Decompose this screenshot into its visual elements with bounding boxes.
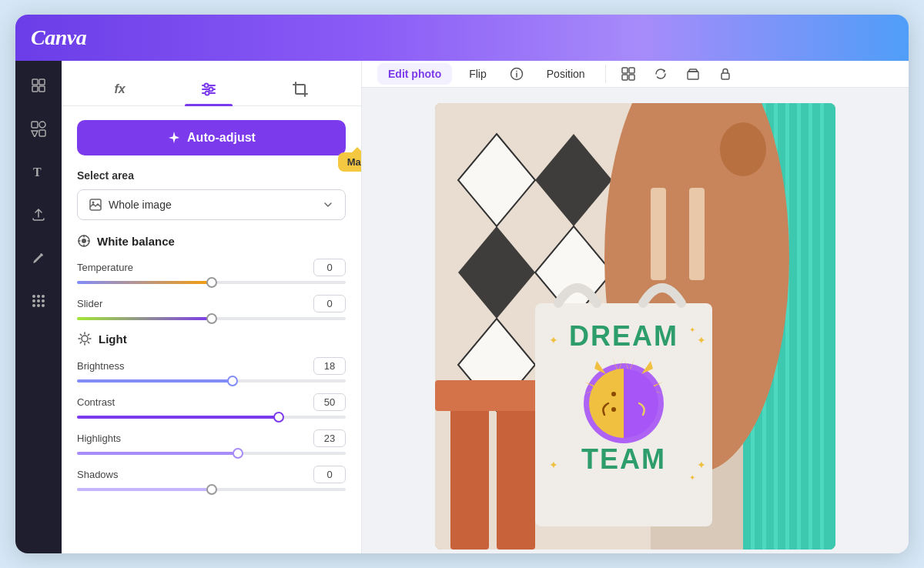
svg-point-25 [92,202,95,204]
sidebar-draw-icon[interactable] [25,244,52,272]
sidebar-layout-icon[interactable] [25,72,52,99]
svg-text:TEAM: TEAM [581,443,666,475]
svg-rect-70 [450,396,489,550]
brightness-label: Brightness [77,360,124,372]
contrast-slider-row: Contrast 50 [77,393,346,419]
tint-track[interactable] [77,317,346,320]
temperature-track[interactable] [77,281,346,284]
auto-adjust-button[interactable]: Auto-adjust [77,120,346,155]
svg-point-76 [612,165,735,257]
panel-content: Auto-adjust Martina Select area [62,106,361,516]
shadows-track[interactable] [77,488,346,491]
svg-point-43 [516,71,517,72]
main-area: T [15,61,909,553]
svg-rect-3 [39,86,45,92]
style-button[interactable] [680,61,706,87]
svg-rect-56 [789,103,797,550]
svg-point-10 [37,295,40,298]
contrast-fill [77,416,279,419]
contrast-track[interactable] [77,416,346,419]
brightness-thumb[interactable] [227,376,238,386]
rotate-icon [654,67,668,81]
svg-rect-46 [622,75,628,80]
highlights-fill [77,452,238,455]
edit-photo-button[interactable]: Edit photo [377,63,452,85]
svg-rect-47 [629,75,634,80]
brightness-track[interactable] [77,379,346,383]
svg-text:DREAM: DREAM [569,320,678,352]
sidebar-apps-icon[interactable] [25,287,52,315]
white-balance-section: White balance Temperature 0 [77,234,346,320]
contrast-thumb[interactable] [273,412,284,423]
panel-tabs: fx [62,61,361,106]
crop-tab[interactable] [276,73,324,105]
sparkle-icon [167,131,181,145]
adjustments-icon [200,81,217,98]
canvas-toolbar: Edit photo Flip Position [362,61,909,88]
photo-canvas: DREAM ✦ ✦ ✦ TEAM ✦ ✦ ✦ [435,103,835,550]
effects-tab[interactable]: fx [99,75,140,104]
light-icon [77,331,92,346]
svg-line-37 [80,334,82,336]
select-area-label: Select area [77,169,346,182]
grid-icon-button[interactable] [615,61,641,87]
svg-text:✦: ✦ [549,334,558,346]
brightness-value: 18 [313,357,346,375]
edit-panel: fx [62,61,362,553]
image-icon [89,198,102,212]
brightness-slider-row: Brightness 18 [77,357,346,383]
svg-point-15 [32,304,35,307]
style-icon [686,67,700,81]
svg-text:✦: ✦ [549,459,558,471]
highlights-label: Highlights [77,433,121,444]
light-heading: Light [77,331,346,346]
adjustments-tab[interactable] [185,73,233,105]
svg-line-38 [88,342,89,343]
brightness-fill [77,379,233,383]
highlights-track[interactable] [77,452,346,455]
select-area-dropdown[interactable]: Whole image [77,189,346,220]
svg-text:T: T [33,165,42,179]
flip-button[interactable]: Flip [458,63,497,85]
temperature-slider-row: Temperature 0 [77,259,346,284]
svg-text:✦: ✦ [697,459,706,471]
temperature-thumb[interactable] [206,277,217,288]
tint-value: 0 [313,295,346,312]
svg-point-14 [42,299,45,302]
svg-rect-7 [39,130,45,136]
svg-text:✦: ✦ [697,334,706,346]
tint-thumb[interactable] [206,313,217,324]
svg-point-9 [32,295,35,298]
svg-point-90 [611,407,616,412]
highlights-value: 23 [313,429,346,447]
select-area-section: Select area Whole image [77,169,346,220]
svg-rect-4 [32,122,38,128]
lock-button[interactable] [712,61,738,87]
shadows-thumb[interactable] [206,484,217,495]
highlights-thumb[interactable] [233,448,243,459]
white-balance-icon [77,234,91,248]
svg-rect-72 [435,380,543,411]
sidebar-elements-icon[interactable] [25,115,52,142]
svg-rect-45 [629,68,634,73]
svg-point-23 [205,92,209,95]
svg-point-12 [32,299,35,302]
white-balance-heading: White balance [77,234,346,248]
temperature-label: Temperature [77,262,133,273]
canvas-content: DREAM ✦ ✦ ✦ TEAM ✦ ✦ ✦ [362,88,909,553]
svg-rect-2 [32,86,38,92]
sidebar-upload-icon[interactable] [25,201,52,229]
lock-icon [718,67,732,81]
info-button[interactable] [504,61,530,87]
grid-icon [621,67,635,81]
svg-rect-44 [622,68,628,73]
svg-point-75 [720,122,766,176]
svg-point-16 [37,304,40,307]
svg-rect-49 [721,73,729,79]
rotate-button[interactable] [648,61,674,87]
svg-rect-57 [801,103,808,550]
sidebar-text-icon[interactable]: T [25,158,52,185]
svg-point-21 [204,84,208,88]
toolbar-divider [605,65,606,83]
position-button[interactable]: Position [536,63,596,85]
